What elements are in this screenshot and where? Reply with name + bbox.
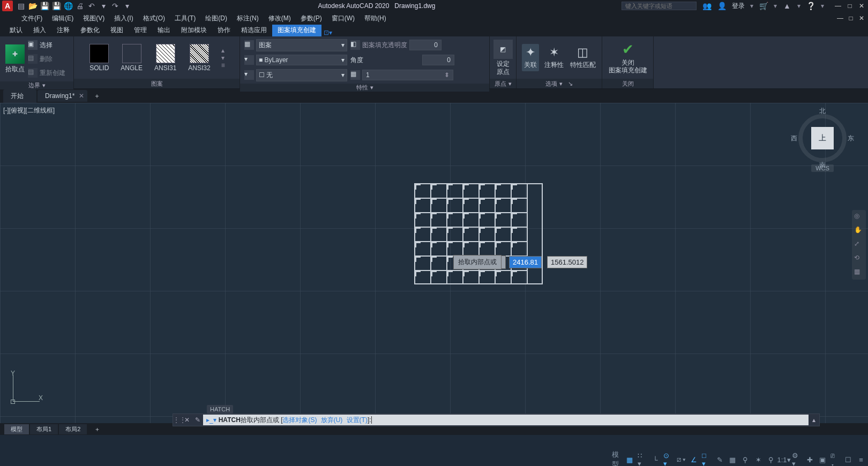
status-ortho-icon[interactable]: └	[650, 455, 660, 464]
vc-west[interactable]: 西	[791, 134, 797, 143]
vc-east[interactable]: 东	[848, 134, 854, 143]
status-annoscale-icon[interactable]: ⚲	[740, 455, 750, 464]
dyn-toggle-icon[interactable]	[502, 255, 506, 269]
nav-pan-icon[interactable]: ✋	[854, 226, 864, 236]
status-model[interactable]: 模型	[612, 455, 622, 464]
login-label[interactable]: 登录	[732, 2, 745, 11]
pick-point-button[interactable]: ✚ 拾取点	[4, 43, 26, 75]
minimize-icon[interactable]: —	[834, 2, 842, 10]
nav-showmotion-icon[interactable]: ▦	[854, 268, 864, 277]
status-annoauto-icon[interactable]: ⚲	[766, 455, 776, 464]
command-input[interactable]: ▸_▾ HATCH 拾取内部点或 [选择对象(S) 放弃(U) 设置(T)]:	[203, 415, 809, 425]
pattern-ansi32[interactable]: ANSI32	[187, 43, 211, 73]
hatch-bg-combo[interactable]: ☐ 无▾	[256, 69, 347, 81]
tab-manage[interactable]: 管理	[129, 24, 152, 36]
open-icon[interactable]: 📂	[28, 1, 38, 11]
status-hw-icon[interactable]: ⎚ ▾	[830, 455, 840, 464]
status-tpy-icon[interactable]: ▦	[728, 455, 737, 464]
pattern-expand-icon[interactable]: ≡	[221, 62, 225, 69]
panel-origin-label[interactable]: 原点 ▾	[490, 79, 516, 88]
infocenter-icon[interactable]: 👥	[702, 1, 712, 11]
close-hatch-button[interactable]: ✔ 关闭 图案填充创建	[608, 40, 648, 76]
status-am-icon[interactable]: ✚	[805, 455, 814, 464]
menu-draw[interactable]: 绘图(D)	[205, 14, 227, 23]
tab-output[interactable]: 输出	[152, 24, 176, 36]
maximize-icon[interactable]: □	[845, 2, 854, 10]
tab-annotate[interactable]: 注释	[51, 24, 75, 36]
annotative-button[interactable]: ✶ 注释性	[543, 44, 565, 71]
pattern-up-icon[interactable]: ▴	[221, 47, 225, 54]
user-icon[interactable]: 👤	[717, 1, 727, 11]
tab-new-icon[interactable]: ＋	[88, 89, 106, 103]
menu-edit[interactable]: 编辑(E)	[52, 14, 73, 23]
cmd-close-icon[interactable]: ✕	[182, 415, 192, 425]
cmd-customize-icon[interactable]: ✎	[192, 415, 203, 425]
status-annovis-icon[interactable]: ✶	[753, 455, 763, 464]
menu-param[interactable]: 参数(P)	[301, 14, 322, 23]
pattern-down-icon[interactable]: ▾	[221, 54, 225, 62]
cmd-grip-icon[interactable]: ⋮⋮	[173, 416, 182, 424]
match-props-button[interactable]: ◫ 特性匹配	[569, 44, 597, 71]
recreate-boundary-button[interactable]: ▤重新创建	[28, 66, 65, 79]
web-icon[interactable]: 🌐	[63, 1, 73, 11]
menu-tools[interactable]: 工具(T)	[175, 14, 196, 23]
hatch-color-icon[interactable]: ▾	[244, 55, 254, 65]
new-icon[interactable]: ▤	[16, 1, 26, 11]
menu-view[interactable]: 视图(V)	[83, 14, 104, 23]
tab-model[interactable]: 模型	[4, 424, 29, 434]
nav-wheel-icon[interactable]: ◎	[854, 212, 864, 222]
menu-window[interactable]: 窗口(W)	[332, 14, 355, 23]
status-snap-icon[interactable]: ∷ ▾	[638, 455, 647, 464]
tab-close-icon[interactable]: ✕	[79, 92, 84, 100]
status-otrack-icon[interactable]: ∠	[689, 455, 699, 464]
menu-format[interactable]: 格式(O)	[143, 14, 165, 23]
tab-focus-icon[interactable]: ⊡▾	[324, 29, 332, 36]
a360-icon[interactable]: ▲	[782, 1, 792, 11]
redo-icon[interactable]: ↷	[110, 1, 120, 11]
command-line[interactable]: ⋮⋮ ✕ ✎ ▸_▾ HATCH 拾取内部点或 [选择对象(S) 放弃(U) 设…	[173, 414, 820, 426]
save-icon[interactable]: 💾	[40, 1, 49, 11]
doc-restore-icon[interactable]: □	[847, 14, 855, 22]
set-origin-button[interactable]: ◩ 设定 原点	[492, 39, 514, 77]
angle-input[interactable]: 0	[422, 55, 454, 65]
status-iso-icon[interactable]: ⧄ ▾	[676, 455, 686, 464]
drawing-area[interactable]: [-][俯视][二维线框] 拾取内部点或 2416.81 1561.5012 北…	[0, 103, 868, 423]
tab-drawing1[interactable]: Drawing1*✕	[38, 90, 87, 102]
tab-view[interactable]: 视图	[105, 24, 129, 36]
select-objects-button[interactable]: ▣选择	[28, 39, 65, 51]
menu-file[interactable]: 文件(F)	[21, 14, 42, 23]
menu-insert[interactable]: 插入(I)	[114, 14, 133, 23]
nav-orbit-icon[interactable]: ⟲	[854, 254, 864, 264]
vc-north[interactable]: 北	[819, 107, 826, 116]
ucs-icon[interactable]: Y X	[5, 370, 43, 407]
hatch-color-combo[interactable]: ■ ByLayer▾	[256, 55, 347, 65]
pattern-solid[interactable]: SOLID	[88, 43, 110, 73]
pattern-angle[interactable]: ANGLE	[119, 43, 144, 73]
transp-icon[interactable]: ◧	[350, 40, 360, 50]
status-qv-icon[interactable]: ▣	[818, 455, 827, 464]
nav-zoom-icon[interactable]: ⤢	[854, 240, 864, 250]
close-icon[interactable]: ✕	[857, 2, 866, 10]
delete-boundary-button[interactable]: ▤删除	[28, 52, 65, 65]
panel-boundary-label[interactable]: 边界 ▾	[0, 81, 73, 89]
scale-input[interactable]: 1⬍	[362, 70, 453, 80]
status-custom-icon[interactable]: ≡	[856, 455, 866, 464]
app-logo[interactable]: A	[2, 1, 13, 11]
transparency-input[interactable]: 0	[409, 40, 442, 50]
exchange-icon[interactable]: 🛒	[759, 1, 768, 11]
redo-drop-icon[interactable]: ▾	[122, 1, 132, 11]
viewport-label[interactable]: [-][俯视][二维线框]	[3, 106, 55, 115]
tab-layout1[interactable]: 布局1	[30, 424, 58, 434]
status-osnap-icon[interactable]: □ ▾	[702, 455, 712, 464]
saveas-icon[interactable]: 💾	[51, 1, 61, 11]
tab-parametric[interactable]: 参数化	[75, 24, 105, 36]
status-polar-icon[interactable]: ⊙ ▾	[663, 455, 673, 464]
undo-drop-icon[interactable]: ▾	[99, 1, 108, 11]
panel-props-label[interactable]: 特性 ▾	[240, 84, 489, 92]
pattern-ansi31[interactable]: ANSI31	[153, 43, 177, 73]
menu-help[interactable]: 帮助(H)	[364, 14, 386, 23]
tab-featured[interactable]: 精选应用	[236, 24, 272, 36]
layout-add-icon[interactable]: ＋	[88, 424, 107, 434]
tab-collab[interactable]: 协作	[212, 24, 236, 36]
status-clean-icon[interactable]: ☐	[843, 455, 853, 464]
